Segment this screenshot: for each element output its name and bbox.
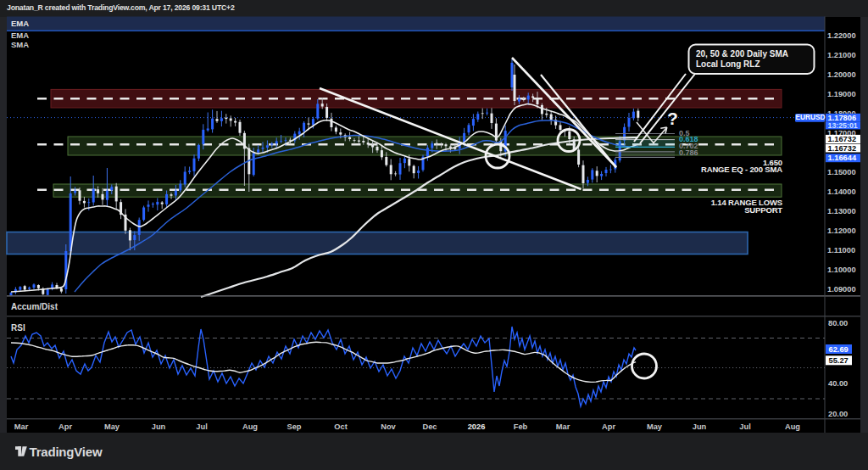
svg-text:Sep: Sep	[287, 422, 301, 431]
svg-text:RANGE EQ - 200 SMA: RANGE EQ - 200 SMA	[701, 165, 782, 174]
svg-text:EURUSD: EURUSD	[795, 113, 825, 121]
svg-text:Aug: Aug	[242, 422, 258, 431]
svg-text:Mar: Mar	[14, 422, 29, 431]
svg-text:1.14000: 1.14000	[827, 187, 856, 196]
svg-text:SMA: SMA	[11, 40, 29, 49]
svg-text:0.786: 0.786	[679, 148, 698, 157]
svg-text:Dec: Dec	[422, 422, 437, 431]
svg-text:Aug: Aug	[785, 422, 800, 431]
svg-text:1.12000: 1.12000	[827, 227, 856, 235]
svg-text:?: ?	[667, 109, 678, 128]
svg-text:20, 50 & 200 Daily SMA: 20, 50 & 200 Daily SMA	[696, 49, 788, 59]
svg-text:1.16732: 1.16732	[828, 135, 857, 143]
svg-text:13:25:01: 13:25:01	[828, 121, 858, 130]
svg-text:EMA: EMA	[11, 31, 29, 40]
svg-text:1.16644: 1.16644	[828, 154, 857, 162]
svg-text:Jul: Jul	[739, 422, 750, 431]
svg-text:40.00: 40.00	[828, 379, 848, 388]
svg-text:Feb: Feb	[514, 422, 528, 431]
svg-text:Local Long RLZ: Local Long RLZ	[696, 59, 760, 69]
svg-text:1.21000: 1.21000	[827, 51, 856, 59]
svg-text:Jun: Jun	[693, 422, 707, 431]
svg-text:SUPPORT: SUPPORT	[744, 205, 782, 215]
svg-text:Nov: Nov	[381, 422, 396, 431]
svg-text:Accum/Dist: Accum/Dist	[11, 302, 58, 311]
svg-text:62.69: 62.69	[829, 345, 849, 354]
svg-text:55.27: 55.27	[829, 356, 849, 365]
svg-text:TradingView: TradingView	[30, 445, 103, 459]
svg-text:1.16732: 1.16732	[828, 144, 857, 153]
svg-text:Apr: Apr	[602, 422, 615, 431]
svg-text:2026: 2026	[468, 422, 486, 431]
svg-text:May: May	[647, 422, 663, 431]
svg-text:20.00: 20.00	[828, 410, 848, 418]
svg-text:1.09000: 1.09000	[827, 285, 856, 294]
svg-text:1.10000: 1.10000	[827, 266, 856, 274]
svg-text:Oct: Oct	[334, 422, 348, 431]
svg-text:80.00: 80.00	[828, 319, 848, 327]
svg-text:Jun: Jun	[152, 422, 166, 431]
svg-text:1.22000: 1.22000	[827, 31, 856, 40]
svg-text:Apr: Apr	[58, 422, 72, 431]
svg-text:May: May	[104, 422, 120, 431]
svg-text:1.13000: 1.13000	[827, 207, 856, 215]
svg-text:1.11000: 1.11000	[827, 246, 855, 255]
svg-text:1.20000: 1.20000	[827, 70, 856, 79]
svg-text:Jul: Jul	[196, 422, 207, 431]
svg-text:1.15000: 1.15000	[827, 168, 856, 176]
svg-text:1.19000: 1.19000	[827, 90, 856, 98]
svg-text:RSI: RSI	[11, 323, 25, 333]
svg-text:Mar: Mar	[556, 422, 570, 431]
svg-text:EMA: EMA	[11, 19, 29, 28]
